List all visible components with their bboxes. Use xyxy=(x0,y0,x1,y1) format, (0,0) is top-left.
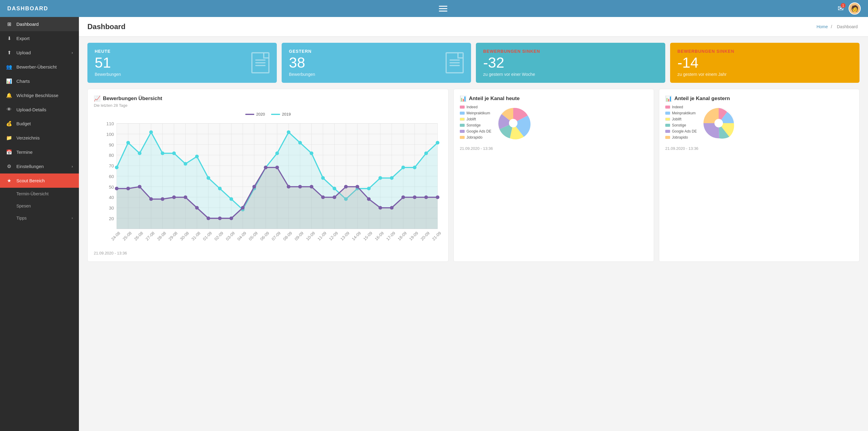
sidebar-item-einstellungen[interactable]: ⚙ Einstellungen › xyxy=(0,159,79,173)
main-content: Dashboard Home / Dashboard HEUTE 51 Bewe… xyxy=(79,17,868,431)
svg-point-101 xyxy=(355,185,359,188)
svg-text:04-09: 04-09 xyxy=(237,231,247,241)
svg-point-103 xyxy=(378,206,382,209)
svg-point-53 xyxy=(149,130,153,134)
svg-text:16-09: 16-09 xyxy=(374,231,384,241)
avatar-emoji: 🧑 xyxy=(851,5,859,12)
sidebar-item-dashboard[interactable]: ⊞ Dashboard xyxy=(0,17,79,31)
sidebar-item-beschluesse[interactable]: 🔔 Wichtige Beschlüsse xyxy=(0,88,79,102)
legend-meinpraktikum-yesterday: Meinpraktikum xyxy=(665,111,697,115)
legend-color-sonstige-today xyxy=(460,124,465,127)
svg-point-69 xyxy=(333,187,336,191)
sidebar-item-budget[interactable]: 💰 Budget xyxy=(0,117,79,131)
svg-point-96 xyxy=(298,185,302,188)
mail-button[interactable]: ✉ 1 xyxy=(838,4,844,13)
legend-label-joblift-today: Joblift xyxy=(466,117,476,121)
stat-card-week-number: -32 xyxy=(483,56,540,70)
trending-icon: 📈 xyxy=(94,95,100,102)
main-chart-subtitle: Die letzten 28 Tage xyxy=(94,103,442,108)
topbar: DASHBOARD ✉ 1 🧑 xyxy=(0,0,868,17)
svg-point-108 xyxy=(436,195,439,199)
breadcrumb-current: Dashboard xyxy=(837,24,858,29)
beschluesse-icon: 🔔 xyxy=(6,93,12,98)
sidebar-item-upload-label: Upload xyxy=(17,50,31,55)
svg-text:27-08: 27-08 xyxy=(145,231,155,241)
chevron-right-icon: › xyxy=(72,51,73,55)
sidebar-item-termine[interactable]: 📅 Termine xyxy=(0,145,79,159)
sidebar-sub-spesen[interactable]: Spesen xyxy=(0,200,79,212)
stat-card-year-label: BEWERBUNGEN SINKEN xyxy=(677,49,735,54)
doc-icon-gestern xyxy=(445,52,464,73)
svg-point-60 xyxy=(229,197,233,201)
svg-point-100 xyxy=(344,185,348,188)
stat-card-gestern-number: 38 xyxy=(289,56,315,70)
svg-text:30: 30 xyxy=(109,205,114,210)
breadcrumb-home[interactable]: Home xyxy=(816,24,828,29)
svg-text:26-08: 26-08 xyxy=(133,231,144,241)
sidebar-sub-tipps[interactable]: Tipps › xyxy=(0,212,79,224)
svg-point-59 xyxy=(218,187,222,191)
svg-text:80: 80 xyxy=(109,153,114,158)
svg-text:05-09: 05-09 xyxy=(248,231,258,241)
legend-color-indeed-yesterday xyxy=(665,105,670,108)
legend-label-indeed-today: Indeed xyxy=(466,105,478,109)
svg-text:40: 40 xyxy=(109,195,114,200)
svg-point-92 xyxy=(252,185,256,188)
stat-card-gestern: GESTERN 38 Bewerbungen xyxy=(282,43,471,83)
upload-icon: ⬆ xyxy=(6,50,12,56)
svg-point-85 xyxy=(172,195,176,199)
legend-color-jobrapido-yesterday xyxy=(665,136,670,139)
sidebar: ⊞ Dashboard ⬇ Export ⬆ Upload › 👥 Bewerb… xyxy=(0,17,79,431)
svg-text:20: 20 xyxy=(109,216,114,221)
stat-card-week: BEWERBUNGEN SINKEN -32 zu gestern vor ei… xyxy=(476,43,665,83)
legend-item-2019: 2019 xyxy=(271,112,291,117)
svg-point-58 xyxy=(207,176,210,180)
sidebar-sub-tipps-label: Tipps xyxy=(17,216,27,221)
legend-googleads-today: Google Ads DE xyxy=(460,129,491,133)
legend-sonstige-today: Sonstige xyxy=(460,123,491,127)
svg-text:03-09: 03-09 xyxy=(225,231,236,241)
legend-label-sonstige-today: Sonstige xyxy=(466,123,481,127)
channel-yesterday-legend: Indeed Meinpraktikum Joblift xyxy=(665,105,697,139)
sidebar-sub-termin[interactable]: Termin-Übersicht xyxy=(0,188,79,200)
chevron-right-icon-einstellungen: › xyxy=(72,164,73,169)
avatar[interactable]: 🧑 xyxy=(848,2,861,14)
sidebar-item-scout[interactable]: ★ Scout Bereich xyxy=(0,173,79,188)
svg-text:100: 100 xyxy=(106,132,114,137)
legend-sonstige-yesterday: Sonstige xyxy=(665,123,697,127)
sidebar-item-upload-details[interactable]: 👁 Upload-Details xyxy=(0,102,79,117)
stat-card-heute-label: HEUTE xyxy=(95,49,121,54)
sidebar-item-charts[interactable]: 📊 Charts xyxy=(0,74,79,88)
svg-point-75 xyxy=(401,166,405,169)
sidebar-item-bewerber[interactable]: 👥 Bewerber-Übersicht xyxy=(0,60,79,74)
channel-yesterday-footer: 21.09.2020 - 13:36 xyxy=(665,146,853,151)
svg-text:18-09: 18-09 xyxy=(397,231,408,241)
channel-today-footer: 21.09.2020 - 13:36 xyxy=(460,146,648,151)
stat-card-year: BEWERBUNGEN SINKEN -14 zu gestern vor ei… xyxy=(670,43,860,83)
sidebar-item-verzeichnis[interactable]: 📁 Verzeichnis xyxy=(0,131,79,145)
stat-card-gestern-text: GESTERN 38 Bewerbungen xyxy=(289,49,315,77)
topbar-center xyxy=(439,6,447,11)
stat-card-year-sub: zu gestern vor einem Jahr xyxy=(677,72,735,77)
svg-point-86 xyxy=(184,195,187,199)
chevron-right-icon-tipps: › xyxy=(72,216,73,220)
svg-point-57 xyxy=(195,155,199,158)
svg-point-94 xyxy=(275,166,279,169)
charts-row: 📈 Bewerbungen Übersicht Die letzten 28 T… xyxy=(87,89,860,262)
stat-card-week-text: BEWERBUNGEN SINKEN -32 zu gestern vor ei… xyxy=(483,49,540,77)
svg-text:17-09: 17-09 xyxy=(385,231,396,241)
hamburger-menu-button[interactable] xyxy=(439,6,447,11)
svg-text:28-08: 28-08 xyxy=(156,231,167,241)
main-line-chart-card: 📈 Bewerbungen Übersicht Die letzten 28 T… xyxy=(87,89,448,262)
svg-point-102 xyxy=(367,197,371,201)
sidebar-item-dashboard-label: Dashboard xyxy=(17,22,38,27)
svg-text:25-08: 25-08 xyxy=(122,231,133,241)
channel-yesterday-header: 📊 Anteil je Kanal gestern xyxy=(665,95,853,102)
sidebar-item-export[interactable]: ⬇ Export xyxy=(0,31,79,45)
scout-icon: ★ xyxy=(6,178,12,184)
sidebar-item-upload[interactable]: ⬆ Upload › xyxy=(0,45,79,60)
svg-point-149 xyxy=(714,119,723,127)
channel-today-card: 📊 Anteil je Kanal heute Indeed Meinprakt… xyxy=(454,89,654,262)
legend-label-jobrapido-today: Jobrapido xyxy=(466,135,483,139)
legend-label-2020: 2020 xyxy=(256,112,265,117)
